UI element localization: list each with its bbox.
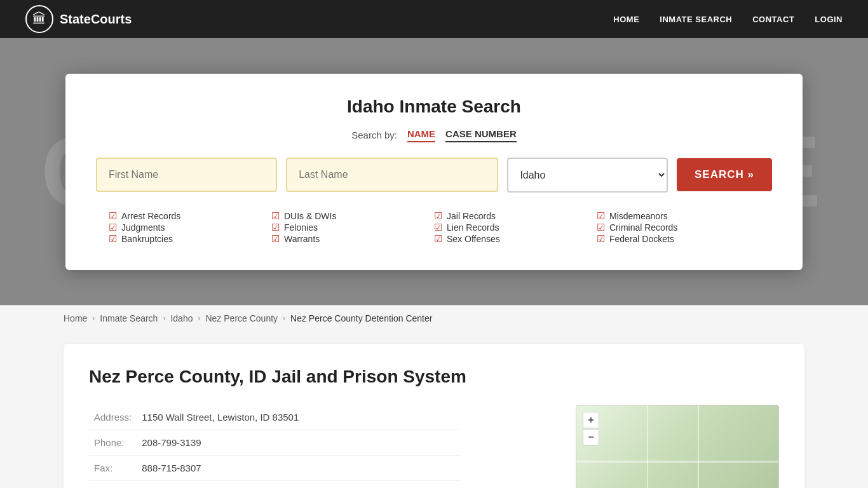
check-judgments: ☑ Judgments [109,222,271,233]
check-label: Federal Dockets [609,234,674,244]
breadcrumb-home[interactable]: Home [64,313,87,323]
breadcrumb-idaho[interactable]: Idaho [170,313,193,323]
content-card: Nez Perce County, ID Jail and Prison Sys… [64,344,804,488]
map-road-v2 [698,405,699,488]
check-duis-dwis: ☑ DUIs & DWIs [271,210,434,222]
breadcrumb-sep-1: › [92,314,95,323]
address-value: 1150 Wall Street, Lewiston, ID 83501 [137,405,460,430]
nav-login[interactable]: LOGIN [815,15,843,24]
hero-section: COURTHOUSE Idaho Inmate Search Search by… [0,38,868,305]
check-label: DUIs & DWIs [284,211,336,221]
breadcrumb-sep-4: › [283,314,285,323]
check-label: Judgments [121,222,165,233]
check-bankruptcies: ☑ Bankruptcies [109,233,271,245]
check-label: Sex Offenses [447,234,500,244]
facility-title: Nez Perce County, ID Jail and Prison Sys… [89,367,779,387]
check-federal-dockets: ☑ Federal Dockets [597,233,759,245]
header: 🏛 StateCourts HOME INMATE SEARCH CONTACT… [0,0,868,38]
check-arrest-records: ☑ Arrest Records [109,210,271,222]
breadcrumb-sep-2: › [163,314,165,323]
phone-value: 208-799-3139 [137,430,460,456]
check-icon: ☑ [271,222,280,233]
breadcrumb: Home › Inmate Search › Idaho › Nez Perce… [0,305,868,331]
tab-name[interactable]: NAME [407,128,435,142]
map-controls: + − [583,412,599,445]
check-label: Misdemeanors [609,211,668,221]
checkbox-col-2: ☑ DUIs & DWIs ☑ Felonies ☑ Warrants [271,210,434,245]
map-zoom-out[interactable]: − [583,429,599,445]
search-card: Idaho Inmate Search Search by: NAME CASE… [65,74,803,270]
website-row: Website: http://www.co.nezperce.id.us/El… [89,481,460,489]
info-side: Address: 1150 Wall Street, Lewiston, ID … [89,405,557,488]
check-label: Warrants [284,234,320,244]
checkbox-col-1: ☑ Arrest Records ☑ Judgments ☑ Bankruptc… [109,210,271,245]
breadcrumb-inmate-search[interactable]: Inmate Search [100,313,158,323]
check-icon: ☑ [434,210,442,222]
address-row: Address: 1150 Wall Street, Lewiston, ID … [89,405,460,430]
check-sex-offenses: ☑ Sex Offenses [434,233,597,245]
check-label: Jail Records [447,211,496,221]
check-criminal-records: ☑ Criminal Records [597,222,759,233]
breadcrumb-sep-3: › [198,314,200,323]
main-content: Nez Perce County, ID Jail and Prison Sys… [0,331,868,488]
checkbox-col-3: ☑ Jail Records ☑ Lien Records ☑ Sex Offe… [434,210,597,245]
checkboxes-grid: ☑ Arrest Records ☑ Judgments ☑ Bankruptc… [96,210,772,245]
search-by-row: Search by: NAME CASE NUMBER [96,128,772,142]
check-label: Arrest Records [121,211,180,221]
website-label: Website: [89,481,137,489]
check-icon: ☑ [109,222,117,233]
main-nav: HOME INMATE SEARCH CONTACT LOGIN [613,15,843,24]
check-icon: ☑ [109,233,117,245]
check-misdemeanors: ☑ Misdemeanors [597,210,759,222]
check-icon: ☑ [109,210,117,222]
check-icon: ☑ [271,233,280,245]
check-icon: ☑ [597,210,605,222]
breadcrumb-nez-perce-county[interactable]: Nez Perce County [205,313,278,323]
check-label: Felonies [284,222,318,233]
fax-value: 888-715-8307 [137,456,460,481]
check-icon: ☑ [597,233,605,245]
first-name-input[interactable] [96,158,277,192]
check-icon: ☑ [434,222,442,233]
check-icon: ☑ [597,222,605,233]
check-warrants: ☑ Warrants [271,233,434,245]
nav-home[interactable]: HOME [613,15,639,24]
content-with-map: Address: 1150 Wall Street, Lewiston, ID … [89,405,779,488]
check-jail-records: ☑ Jail Records [434,210,597,222]
logo[interactable]: 🏛 StateCourts [25,5,132,33]
phone-label: Phone: [89,430,137,456]
search-by-label: Search by: [351,130,397,140]
map-road-v1 [647,405,648,488]
search-inputs-row: Idaho Alabama Alaska Arizona Arkansas Ca… [96,158,772,193]
check-label: Bankruptcies [121,234,173,244]
address-label: Address: [89,405,137,430]
last-name-input[interactable] [286,158,498,192]
map-side: + − [576,405,779,488]
map-container: + − [576,405,779,488]
logo-text: StateCourts [60,12,132,27]
map-road-h1 [576,461,778,463]
check-label: Lien Records [447,222,499,233]
logo-icon: 🏛 [25,5,53,33]
check-label: Criminal Records [609,222,677,233]
checkbox-col-4: ☑ Misdemeanors ☑ Criminal Records ☑ Fede… [597,210,759,245]
phone-row: Phone: 208-799-3139 [89,430,460,456]
map-zoom-in[interactable]: + [583,412,599,428]
check-icon: ☑ [271,210,280,222]
nav-inmate-search[interactable]: INMATE SEARCH [660,15,732,24]
state-select[interactable]: Idaho Alabama Alaska Arizona Arkansas Ca… [507,158,668,193]
fax-label: Fax: [89,456,137,481]
nav-contact[interactable]: CONTACT [752,15,794,24]
fax-row: Fax: 888-715-8307 [89,456,460,481]
facility-info-table: Address: 1150 Wall Street, Lewiston, ID … [89,405,460,488]
check-lien-records: ☑ Lien Records [434,222,597,233]
website-value: http://www.co.nezperce.id.us/ElectedOffi… [137,481,460,489]
tab-case-number[interactable]: CASE NUMBER [445,128,517,142]
map-placeholder: + − [576,405,778,488]
search-button[interactable]: SEARCH » [677,158,772,191]
breadcrumb-current: Nez Perce County Detention Center [290,313,432,323]
check-felonies: ☑ Felonies [271,222,434,233]
check-icon: ☑ [434,233,442,245]
search-title: Idaho Inmate Search [96,97,772,117]
